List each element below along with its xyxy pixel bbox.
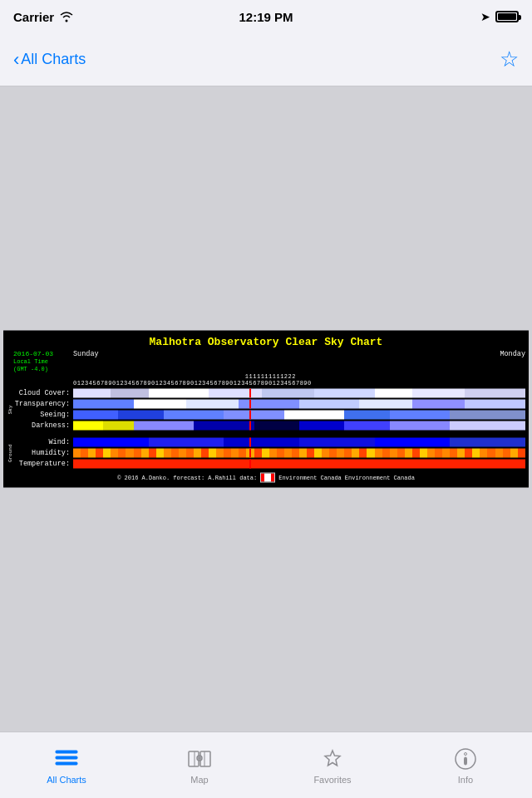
svg-point-9 [199,757,200,759]
footer-text: © 2016 A.Danko. forecast: A.Rahill data: [117,475,257,481]
battery-icon [495,11,519,22]
ground-section-label: Ground [7,444,13,462]
tab-favorites-label: Favorites [313,775,351,785]
svg-point-0 [66,20,68,22]
map-icon [187,746,212,771]
chart-footer: © 2016 A.Danko. forecast: A.Rahill data:… [7,473,525,483]
location-icon: ➤ [480,10,490,23]
svg-rect-12 [465,757,467,765]
transparency-label: Transparency: [13,400,73,408]
temperature-label: Temperature: [13,460,73,468]
status-time: 12:19 PM [239,10,293,24]
transparency-row: Transparency: [13,399,525,409]
seeing-row: Seeing: [13,410,525,420]
seeing-label: Seeing: [13,411,73,419]
tab-bar: All Charts Map Favorites [0,732,532,798]
day-monday: Monday [500,350,525,372]
chart-container: Malhotra Observatory Clear Sky Chart 201… [3,331,529,488]
day-sunday: Sunday [73,350,99,372]
tab-info-label: Info [458,775,473,785]
wind-label: Wind: [13,438,73,446]
wifi-icon [59,11,74,22]
back-label: All Charts [21,51,86,68]
favorites-icon [320,746,345,771]
back-button[interactable]: ‹ All Charts [13,51,86,69]
favorite-button[interactable]: ☆ [500,47,519,72]
tab-map-label: Map [190,775,208,785]
tab-info[interactable]: Info [399,732,532,798]
darkness-row: Darkness: [13,421,525,431]
svg-rect-1 [56,751,77,753]
tab-all-charts[interactable]: All Charts [0,732,133,798]
chart-title: Malhotra Observatory Clear Sky Chart [7,336,525,348]
svg-rect-2 [56,756,77,759]
cloud-cover-label: Cloud Cover: [13,389,73,397]
wind-row: Wind: [13,437,525,447]
status-right: ➤ [480,10,519,23]
all-charts-icon [54,746,79,771]
carrier-label: Carrier [13,10,54,24]
svg-rect-3 [56,762,77,765]
humidity-row: Humidity: [13,448,525,458]
humidity-label: Humidity: [13,449,73,457]
status-left: Carrier [13,10,74,24]
main-content: Malhotra Observatory Clear Sky Chart 201… [0,86,532,732]
tab-all-charts-label: All Charts [47,775,86,785]
cloud-cover-row: Cloud Cover: [13,388,525,398]
info-icon [453,746,478,771]
temperature-row: Temperature: [13,459,525,469]
darkness-label: Darkness: [13,421,73,430]
nav-bar: ‹ All Charts ☆ [0,33,532,86]
hours-row: 1111111111222 01234567890123456789012345… [73,373,525,387]
sky-section-label: Sky [7,405,13,414]
status-bar: Carrier 12:19 PM ➤ [0,0,532,33]
chart-date: 2016-07-03Local Time(GMT -4.0) [13,350,73,372]
tab-map[interactable]: Map [133,732,266,798]
chevron-left-icon: ‹ [13,51,19,69]
svg-point-11 [465,752,467,755]
clear-sky-chart: Malhotra Observatory Clear Sky Chart 201… [3,331,529,488]
tab-favorites[interactable]: Favorites [266,732,399,798]
canada-flag-icon [260,473,275,483]
svg-point-8 [197,756,202,761]
